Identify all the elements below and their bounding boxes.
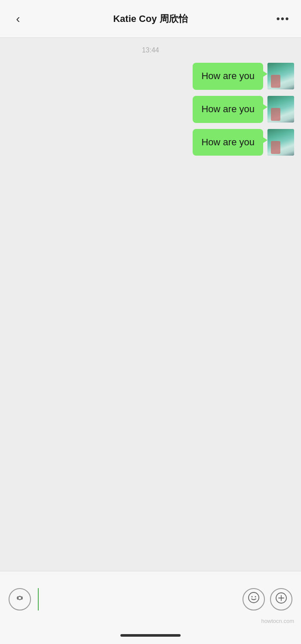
back-button[interactable]: ‹ xyxy=(9,9,28,28)
voice-button[interactable] xyxy=(9,588,31,610)
text-input[interactable] xyxy=(38,588,236,610)
svg-point-2 xyxy=(252,596,253,598)
message-bubble[interactable]: How are you xyxy=(193,129,263,156)
more-button[interactable]: ••• xyxy=(273,9,292,28)
emoji-icon xyxy=(248,592,260,607)
message-row: How are you xyxy=(7,96,294,123)
message-text: How are you xyxy=(201,71,255,81)
plus-svg xyxy=(275,592,287,604)
avatar-thumbnail xyxy=(267,96,294,123)
bottom-toolbar xyxy=(0,571,301,627)
message-text: How are you xyxy=(201,104,255,114)
home-indicator xyxy=(0,627,301,644)
message-text: How are you xyxy=(201,137,255,147)
svg-point-3 xyxy=(255,596,256,598)
avatar-thumbnail xyxy=(267,129,294,156)
avatar-image xyxy=(267,129,294,156)
avatar-image xyxy=(267,63,294,89)
emoji-button[interactable] xyxy=(243,588,265,610)
chat-area: 13:44 How are you How are you How are yo… xyxy=(0,38,301,571)
add-button[interactable] xyxy=(270,588,292,610)
svg-point-0 xyxy=(18,596,22,600)
speaker-svg xyxy=(15,593,25,603)
message-row: How are you xyxy=(7,129,294,156)
svg-point-1 xyxy=(249,592,259,603)
message-timestamp: 13:44 xyxy=(7,46,294,54)
message-row: How are you xyxy=(7,63,294,90)
contact-name: Katie Coy 周欣怡 xyxy=(28,12,273,25)
more-icon: ••• xyxy=(276,13,289,25)
add-icon xyxy=(275,592,287,606)
voice-icon xyxy=(15,593,25,606)
message-bubble[interactable]: How are you xyxy=(193,63,263,90)
message-bubble[interactable]: How are you xyxy=(193,96,263,123)
avatar-thumbnail xyxy=(267,63,294,89)
home-bar xyxy=(120,634,181,637)
chat-header: ‹ Katie Coy 周欣怡 ••• xyxy=(0,0,301,38)
emoji-svg xyxy=(248,592,260,604)
back-icon: ‹ xyxy=(16,12,20,26)
avatar-image xyxy=(267,96,294,123)
